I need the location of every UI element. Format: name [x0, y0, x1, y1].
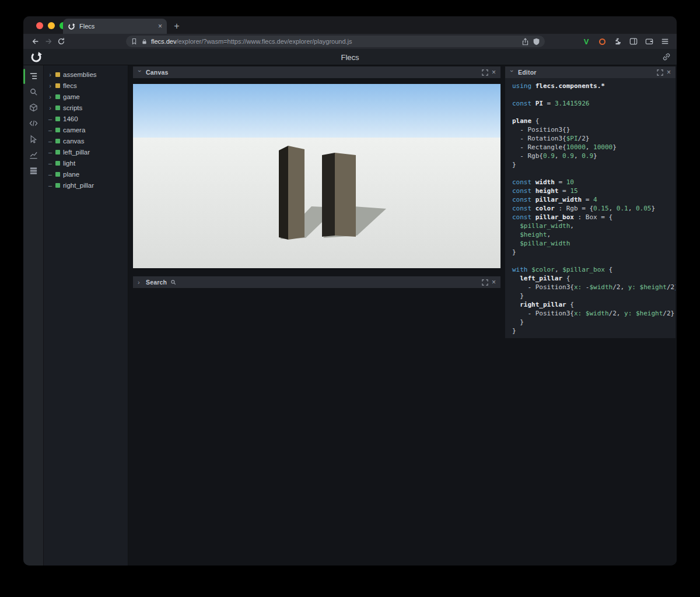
collapse-chevron-icon[interactable]: › — [138, 279, 142, 286]
close-window-button[interactable] — [36, 22, 43, 29]
code-line: const PI = 3.1415926 — [512, 99, 668, 108]
entity-kind-square — [55, 183, 60, 188]
tree-item-scripts[interactable]: ›scripts — [44, 102, 128, 113]
code-line: left_pillar { — [512, 274, 668, 283]
entity-kind-square — [55, 106, 60, 110]
left-pillar-mesh — [288, 146, 304, 240]
entity-label: assemblies — [63, 71, 97, 78]
traffic-lights — [36, 22, 66, 29]
code-line: using flecs.components.* — [512, 82, 668, 90]
right-pillar-mesh — [322, 153, 335, 237]
new-tab-button[interactable]: + — [170, 20, 183, 33]
code-line: } — [512, 326, 668, 335]
editor-code[interactable]: using flecs.components.* const PI = 3.14… — [505, 78, 676, 338]
code-line: $pillar_width, — [512, 222, 668, 230]
forward-arrow-icon — [44, 37, 52, 45]
sidebar-toggle-icon[interactable] — [628, 36, 639, 47]
app-header: Flecs — [23, 49, 677, 65]
entity-label: camera — [63, 127, 85, 134]
code-line: const height = 15 — [512, 187, 668, 195]
inspect-cursor-icon[interactable] — [27, 133, 39, 145]
code-line — [512, 108, 668, 117]
code-line: } — [512, 292, 668, 300]
reload-icon — [57, 37, 65, 45]
tree-item-assemblies[interactable]: ›assemblies — [44, 69, 128, 80]
menu-icon[interactable] — [659, 36, 671, 47]
active-panel-indicator — [23, 69, 25, 84]
wallet-icon[interactable] — [643, 36, 655, 47]
search-icon[interactable] — [27, 86, 39, 97]
link-icon[interactable] — [662, 52, 671, 61]
tree-item-flecs[interactable]: ›flecs — [44, 80, 128, 91]
close-panel-icon[interactable]: × — [492, 68, 496, 76]
collapse-chevron-icon[interactable]: › — [136, 70, 144, 75]
tree-item-right_pillar[interactable]: –right_pillar — [44, 180, 128, 191]
back-button[interactable] — [29, 36, 42, 47]
entity-label: canvas — [63, 138, 84, 145]
canvas-panel-title: Canvas — [146, 69, 169, 76]
entity-label: plane — [63, 171, 79, 178]
expand-toggle-icon[interactable]: › — [48, 93, 52, 100]
stats-chart-icon[interactable] — [27, 149, 39, 160]
extensions-puzzle-icon[interactable] — [612, 36, 624, 47]
tree-item-left_pillar[interactable]: –left_pillar — [44, 146, 128, 157]
code-line: plane { — [512, 117, 668, 125]
tree-item-plane[interactable]: –plane — [44, 168, 128, 180]
minimize-window-button[interactable] — [48, 22, 55, 29]
extension-v-icon[interactable]: V — [580, 36, 592, 47]
expand-panel-icon[interactable] — [482, 69, 488, 76]
tree-item-canvas[interactable]: –canvas — [44, 135, 128, 146]
browser-tab-flecs[interactable]: Flecs × — [63, 19, 167, 34]
lock-icon[interactable] — [141, 38, 148, 45]
scene-sky — [133, 84, 501, 138]
forward-button[interactable] — [42, 36, 55, 47]
url-path: /explorer/?wasm=https://www.flecs.dev/ex… — [176, 38, 352, 45]
address-bar[interactable]: flecs.dev/explorer/?wasm=https://www.fle… — [126, 36, 545, 47]
close-panel-icon[interactable]: × — [667, 68, 671, 76]
code-line: with $color, $pillar_box { — [512, 265, 668, 274]
entity-label: scripts — [63, 104, 82, 111]
expand-toggle-icon[interactable]: › — [48, 82, 52, 89]
canvas-panel-header[interactable]: › Canvas × — [133, 66, 501, 78]
tree-icon[interactable] — [27, 70, 39, 82]
tables-icon[interactable] — [27, 164, 39, 176]
reload-button[interactable] — [55, 36, 68, 47]
tree-item-1460[interactable]: –1460 — [44, 113, 128, 124]
expand-toggle-icon[interactable]: › — [48, 104, 52, 111]
entity-label: left_pillar — [63, 149, 90, 156]
canvas-3d-viewport[interactable] — [133, 84, 501, 268]
code-line: $pillar_width — [512, 239, 668, 248]
editor-panel-header[interactable]: › Editor × — [505, 66, 676, 78]
code-line: - Rgb{0.9, 0.9, 0.9} — [512, 152, 668, 160]
collapse-chevron-icon[interactable]: › — [509, 70, 516, 75]
code-line: - Position3{x: $width/2, y: $height/2} — [512, 309, 668, 318]
tree-item-light[interactable]: –light — [44, 157, 128, 168]
expand-toggle-icon[interactable]: › — [48, 71, 52, 78]
code-line: } — [512, 318, 668, 326]
tree-item-camera[interactable]: –camera — [44, 124, 128, 135]
leaf-bullet-icon: – — [48, 182, 52, 189]
right-pillar-mesh — [335, 153, 356, 238]
page-title: Flecs — [23, 49, 677, 65]
scene-cube-icon[interactable] — [27, 101, 39, 113]
code-icon[interactable] — [27, 117, 39, 129]
leaf-bullet-icon: – — [48, 138, 52, 145]
close-tab-button[interactable]: × — [158, 23, 162, 30]
back-arrow-icon — [32, 37, 40, 45]
expand-panel-icon[interactable] — [482, 279, 488, 286]
code-line — [512, 90, 668, 99]
close-panel-icon[interactable]: × — [492, 278, 496, 286]
code-line: const pillar_width = 4 — [512, 195, 668, 204]
entity-label: right_pillar — [63, 182, 94, 189]
brave-shield-icon[interactable] — [533, 38, 540, 45]
leaf-bullet-icon: – — [48, 171, 52, 178]
expand-panel-icon[interactable] — [657, 69, 663, 76]
search-magnifier-icon — [170, 279, 176, 285]
flecs-favicon — [68, 23, 75, 30]
tree-item-game[interactable]: ›game — [44, 91, 128, 102]
code-line: - Position3{} — [512, 125, 668, 134]
search-panel-header[interactable]: › Search × — [133, 276, 501, 288]
share-icon[interactable] — [522, 38, 529, 45]
bookmark-icon[interactable] — [131, 38, 138, 45]
extension-ring-icon[interactable] — [596, 36, 608, 47]
